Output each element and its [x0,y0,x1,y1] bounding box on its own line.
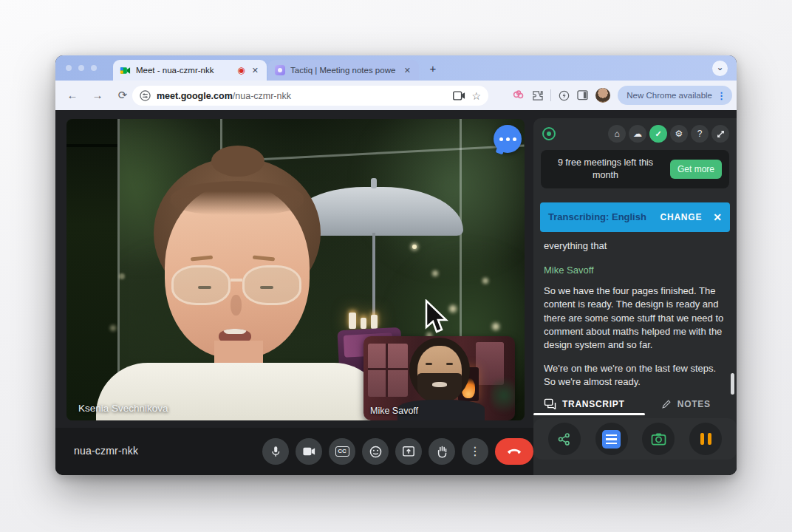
pause-transcription-button[interactable] [689,423,722,455]
more-options-icon: ⋮ [469,446,481,457]
pencil-icon [661,399,672,409]
browser-window: Meet - nua-czmr-nkk ◉ ✕ Tactiq | Meeting… [55,55,737,475]
present-screen-button[interactable] [395,438,422,465]
reload-button[interactable]: ⟳ [115,87,131,103]
end-call-button[interactable] [495,438,533,465]
raise-hand-button[interactable] [429,438,455,465]
back-button[interactable]: ← [64,87,81,103]
shield-check-icon[interactable]: ✓ [649,125,667,143]
tab-title: Tactiq | Meeting notes powe [290,66,397,75]
close-banner-icon[interactable]: ✕ [713,211,722,223]
transcribing-label: Transcribing: English [548,211,646,222]
screenshot-button[interactable] [642,423,675,455]
pip-plant [491,375,515,416]
browser-toolbar: ← → ⟳ meet.google.com /nua-czmr-nkk [55,81,737,110]
camera-in-use-icon[interactable] [453,91,465,100]
captions-icon: CC [335,446,349,457]
chrome-update-label: New Chrome available [627,91,712,100]
tab-title: Meet - nua-czmr-nkk [136,66,232,75]
chat-bubble-badge[interactable] [494,125,522,153]
reactions-button[interactable] [362,438,389,465]
collapse-panel-icon[interactable] [711,125,729,143]
change-language-button[interactable]: CHANGE [660,212,702,222]
google-docs-button[interactable] [595,423,628,455]
url-host: meet.google.com [157,91,233,101]
mouse-cursor [423,299,448,333]
camera-button[interactable] [296,438,322,465]
captions-button[interactable]: CC [329,438,355,465]
window-controls[interactable] [66,65,97,71]
main-speaker-name: Ksenia Svechnikova [78,403,168,414]
tactiq-header: ⌂ ☁ ✓ ⚙ ? [533,118,737,147]
pip-speaker-beard [417,373,462,403]
settings-gear-icon[interactable]: ⚙ [670,125,688,143]
meeting-code-label: nua-czmr-nkk [74,445,138,457]
free-meetings-text: 9 free meetings left this month [548,157,663,182]
window-frame-strip [66,119,120,420]
forward-button[interactable]: → [89,87,106,103]
pip-video-tile[interactable]: Mike Savoff [363,336,515,420]
address-bar[interactable]: meet.google.com /nua-czmr-nkk ☆ [132,86,488,106]
tab-meet[interactable]: Meet - nua-czmr-nkk ◉ ✕ [113,60,267,81]
transcript-scrollbar[interactable] [731,373,734,395]
pip-window [368,344,408,397]
toolbar-divider [550,89,551,101]
pip-speaker-name: Mike Savoff [370,406,418,416]
google-docs-icon [602,430,621,449]
extensions-puzzle-icon[interactable] [532,90,543,101]
tab-close-icon[interactable]: ✕ [250,66,260,75]
pip-speaker-eye [426,363,432,365]
string-lights [412,245,417,249]
tab-transcript[interactable]: TRANSCRIPT [533,392,635,415]
new-tab-button[interactable]: + [426,62,440,75]
tactiq-actions-bar [533,418,737,460]
url-path: /nua-czmr-nkk [233,91,291,101]
more-options-button[interactable]: ⋮ [462,438,488,465]
side-panel-icon[interactable] [577,90,588,100]
transcribing-banner: Transcribing: English CHANGE ✕ [540,202,730,232]
speaker-hair-bun [211,146,264,177]
chrome-update-button[interactable]: New Chrome available ⋮ [618,86,732,105]
transcript-list[interactable]: everything that Mike Savoff So we have t… [544,239,726,396]
panel-tabs: TRANSCRIPT NOTES [533,392,737,415]
transcript-icon [544,398,556,409]
tactiq-panel: ⌂ ☁ ✓ ⚙ ? 9 free meetings left this mont… [533,118,737,475]
pip-speaker-eye [446,363,453,365]
site-settings-icon[interactable] [140,90,151,101]
tab-notes[interactable]: NOTES [635,392,737,415]
transcript-text: everything that [544,239,726,253]
meet-controls: CC ⋮ [262,438,533,465]
transcript-text: We're on the we're on the last few steps… [544,362,726,389]
recording-indicator-icon: ◉ [237,66,245,75]
transcript-text: So we have the four pages finished. The … [544,284,726,352]
browser-menu-icon[interactable]: ⋮ [717,90,726,101]
help-icon[interactable]: ? [691,125,709,143]
tactiq-favicon-icon [275,65,285,75]
camera-snapshot-icon [651,432,666,446]
share-button[interactable] [548,423,581,455]
tab-strip: Meet - nua-czmr-nkk ◉ ✕ Tactiq | Meeting… [55,55,737,81]
tab-tactiq[interactable]: Tactiq | Meeting notes powe ✕ [268,60,419,81]
meet-page: Ksenia Svechnikova Mike Savoff [55,110,737,475]
profile-avatar[interactable] [595,88,610,103]
transcript-speaker: Mike Savoff [544,264,726,277]
share-icon [557,432,571,446]
pip-speaker-mouth [432,382,447,387]
get-more-button[interactable]: Get more [670,160,722,179]
tab-close-icon[interactable]: ✕ [403,66,412,75]
notes-tab-label: NOTES [677,399,711,409]
microphone-button[interactable] [262,438,289,465]
pink-extension-icon[interactable] [513,90,525,100]
main-video-tile[interactable]: Ksenia Svechnikova Mike Savoff [66,119,525,420]
end-call-phone-icon [506,448,522,455]
speaker-nose [231,295,242,316]
tactiq-logo-icon [542,127,556,140]
bookmark-star-icon[interactable]: ☆ [471,90,481,102]
pause-icon [700,433,711,445]
shield-extension-icon[interactable] [559,90,570,101]
cloud-upload-icon[interactable]: ☁ [629,125,646,143]
home-icon[interactable]: ⌂ [608,125,626,143]
desktop-background: Meet - nua-czmr-nkk ◉ ✕ Tactiq | Meeting… [0,0,792,532]
meet-favicon-icon [120,65,131,76]
tab-list-chevron-icon[interactable]: ⌄ [712,61,728,76]
